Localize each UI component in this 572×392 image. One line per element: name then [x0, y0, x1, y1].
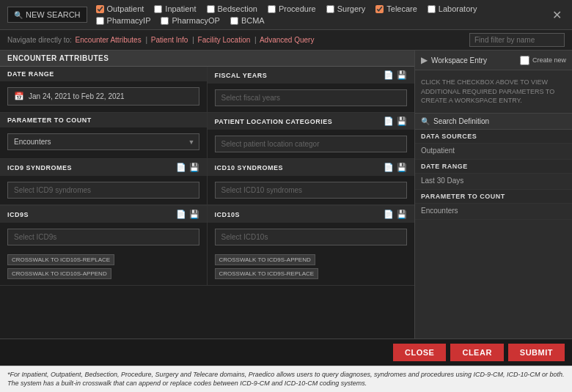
nav-facility-location[interactable]: Facility Location [198, 36, 251, 44]
create-new-label: Create new [532, 56, 566, 64]
crosswalk-to-icd9s-replace[interactable]: CROSSWALK TO ICD9S-REPLACE [215, 268, 319, 279]
patient-location-header: PATIENT LOCATION CATEGORIES 📄 💾 [208, 113, 415, 130]
new-search-label: NEW SEARCH [26, 10, 81, 19]
icd-row: ICD9S 📄 💾 CROSSWALK TO ICD10S-REPLACE CR… [0, 205, 414, 286]
icd9s-crosswalk-row: CROSSWALK TO ICD10S-REPLACE CROSSWALK TO… [0, 251, 207, 285]
icd10s-crosswalk-row: CROSSWALK TO ICD9S-APPEND CROSSWALK TO I… [208, 251, 415, 285]
workspace-info: CLICK THE CHECKBOX ABOVE TO VIEW ADDITIO… [415, 70, 572, 114]
patient-location-info-icon[interactable]: 💾 [397, 117, 407, 126]
left-panel: ENCOUNTER ATTRIBUTES DATE RANGE 📅 Jan 24… [0, 51, 414, 339]
icd9-syndromes-input[interactable] [7, 182, 199, 199]
new-search-button[interactable]: 🔍 NEW SEARCH [7, 7, 87, 23]
checkbox-inpatient[interactable]: Inpatient [154, 4, 196, 13]
checkbox-pharmacyop[interactable]: PharmacyOP [161, 16, 219, 25]
create-new-checkbox[interactable]: Create new [520, 56, 566, 65]
header-bar: 🔍 NEW SEARCH Outpatient Inpatient Bedsec… [0, 0, 572, 30]
nav-prefix: Navigate directly to: [7, 36, 72, 44]
icd10s-section: ICD10S 📄 💾 CROSSWALK TO ICD9S-APPEND CRO… [208, 206, 415, 286]
patient-location-section: PATIENT LOCATION CATEGORIES 📄 💾 [208, 113, 415, 159]
patient-location-label: PATIENT LOCATION CATEGORIES [215, 118, 333, 125]
main-content: ENCOUNTER ATTRIBUTES DATE RANGE 📅 Jan 24… [0, 51, 572, 339]
parameter-count-header: PARAMETER TO COUNT [0, 113, 207, 127]
def-date-range-value: Last 30 Days [415, 174, 572, 190]
nav-patient-info[interactable]: Patient Info [151, 36, 188, 44]
icd10s-input-area [208, 223, 415, 251]
close-button[interactable]: CLOSE [393, 344, 446, 361]
clear-button[interactable]: CLEAR [450, 344, 503, 361]
find-filter-input[interactable] [469, 33, 565, 47]
def-parameter-count-value: Encounters [415, 204, 572, 220]
icd9-syndromes-export-icon[interactable]: 📄 [176, 163, 186, 172]
crosswalk-to-icd10s-replace[interactable]: CROSSWALK TO ICD10S-REPLACE [7, 254, 114, 265]
parameter-count-select-wrapper: Encounters Visits Patients ▼ [7, 133, 199, 150]
icd10s-label: ICD10S [215, 211, 241, 218]
icd9s-icons: 📄 💾 [176, 210, 199, 219]
close-x-button[interactable]: ✕ [549, 8, 565, 22]
checkbox-procedure[interactable]: Procedure [268, 4, 316, 13]
patient-location-export-icon[interactable]: 📄 [384, 117, 394, 126]
parameter-count-select[interactable]: Encounters Visits Patients [7, 133, 199, 150]
footer-bar: CLOSE CLEAR SUBMIT [0, 339, 572, 366]
icd10s-icons: 📄 💾 [384, 210, 407, 219]
workspace-title: ▶ Workspace Entry [421, 55, 487, 65]
checkbox-surgery[interactable]: Surgery [326, 4, 366, 13]
right-sidebar: ▶ Workspace Entry Create new CLICK THE C… [414, 51, 572, 339]
parameter-count-section: PARAMETER TO COUNT Encounters Visits Pat… [0, 113, 208, 159]
icd9-syndromes-section: ICD9 SYNDROMES 📄 💾 [0, 159, 208, 205]
icd10s-export-icon[interactable]: 📄 [384, 210, 394, 219]
icd9s-section: ICD9S 📄 💾 CROSSWALK TO ICD10S-REPLACE CR… [0, 206, 208, 286]
icd9-syndromes-info-icon[interactable]: 💾 [189, 163, 199, 172]
parameter-count-label: PARAMETER TO COUNT [7, 117, 92, 124]
icd9-syndromes-icons: 📄 💾 [176, 163, 199, 172]
search-def-section: DATA SOURCES Outpatient DATE RANGE Last … [415, 130, 572, 220]
patient-location-input-area [208, 130, 415, 158]
search-def-title: Search Definition [433, 117, 489, 125]
search-icon: 🔍 [14, 11, 23, 19]
date-range-value: Jan 24, 2021 to Feb 22, 2021 [29, 92, 125, 100]
def-date-range-label: DATE RANGE [415, 160, 572, 174]
icd10-syndromes-input-area [208, 176, 415, 204]
icd10s-input[interactable] [215, 229, 408, 245]
icd10s-header: ICD10S 📄 💾 [208, 206, 415, 223]
checkbox-laboratory[interactable]: Laboratory [428, 4, 477, 13]
checkbox-outpatient[interactable]: Outpatient [96, 4, 144, 13]
icd10s-info-icon[interactable]: 💾 [397, 210, 407, 219]
fiscal-years-info-icon[interactable]: 💾 [397, 70, 407, 80]
fiscal-years-icons: 📄 💾 [384, 70, 407, 80]
fiscal-years-label: FISCAL YEARS [215, 72, 268, 79]
checkbox-pharmacyip[interactable]: PharmacyIP [96, 16, 151, 25]
icd9s-label: ICD9S [7, 211, 29, 218]
fiscal-years-input[interactable] [215, 89, 408, 106]
crosswalk-to-icd10s-append[interactable]: CROSSWALK TO ICD10S-APPEND [7, 268, 111, 279]
def-data-sources-value: Outpatient [415, 144, 572, 160]
workspace-info-text: CLICK THE CHECKBOX ABOVE TO VIEW ADDITIO… [421, 78, 554, 104]
fiscal-years-export-icon[interactable]: 📄 [384, 70, 394, 80]
icd10-syndromes-export-icon[interactable]: 📄 [384, 163, 394, 172]
fields-grid: DATE RANGE 📅 Jan 24, 2021 to Feb 22, 202… [0, 67, 414, 205]
icd9-syndromes-label: ICD9 SYNDROMES [7, 164, 72, 171]
crosswalk-to-icd9s-append[interactable]: CROSSWALK TO ICD9S-APPEND [215, 254, 315, 265]
icd9s-input[interactable] [7, 229, 199, 245]
icd9s-info-icon[interactable]: 💾 [189, 210, 199, 219]
parameter-count-input-area: Encounters Visits Patients ▼ [0, 127, 207, 156]
icd10-syndromes-label: ICD10 SYNDROMES [215, 164, 284, 171]
fiscal-years-header: FISCAL YEARS 📄 💾 [208, 67, 415, 84]
checkbox-bcma[interactable]: BCMA [230, 16, 265, 25]
patient-location-input[interactable] [215, 136, 408, 152]
nav-encounter-attributes[interactable]: Encounter Attributes [76, 36, 142, 44]
icd10-syndromes-input[interactable] [215, 182, 408, 199]
submit-button[interactable]: SUBMIT [508, 344, 565, 361]
date-range-input[interactable]: 📅 Jan 24, 2021 to Feb 22, 2021 [7, 87, 199, 106]
checkbox-telecare[interactable]: Telecare [375, 4, 417, 13]
nav-links: Navigate directly to: Encounter Attribut… [7, 36, 314, 44]
encounter-attributes-title: ENCOUNTER ATTRIBUTES [0, 51, 414, 67]
patient-location-icons: 📄 💾 [384, 117, 407, 126]
checkbox-bedsection[interactable]: Bedsection [207, 4, 257, 13]
def-parameter-count-label: PARAMETER TO COUNT [415, 190, 572, 204]
search-type-checkboxes: Outpatient Inpatient Bedsection Procedur… [96, 4, 540, 25]
nav-advanced-query[interactable]: Advanced Query [260, 36, 315, 44]
date-range-label: DATE RANGE [7, 70, 54, 78]
icd9s-export-icon[interactable]: 📄 [176, 210, 186, 219]
icd10-syndromes-info-icon[interactable]: 💾 [397, 163, 407, 172]
icd10-syndromes-header: ICD10 SYNDROMES 📄 💾 [208, 159, 415, 176]
